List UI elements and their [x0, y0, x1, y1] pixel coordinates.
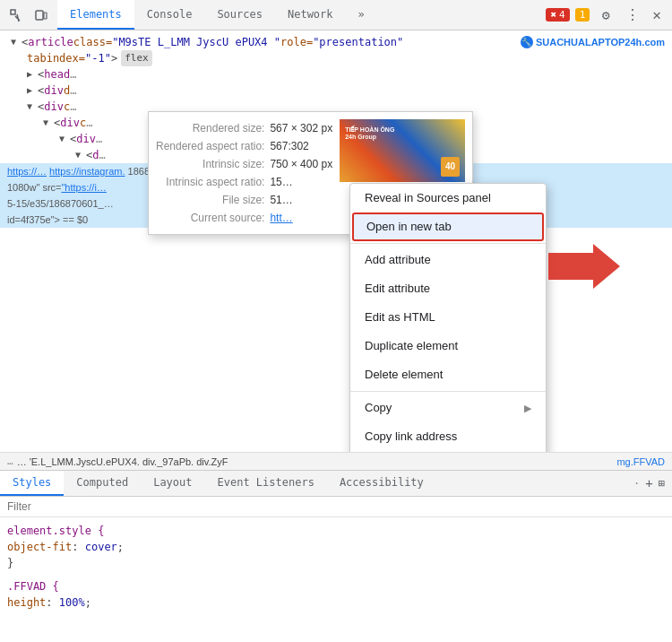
menu-add-attribute[interactable]: Add attribute: [350, 246, 546, 274]
styles-panel: element.style { object-fit: cover; } .FF…: [0, 497, 672, 642]
tab-computed-label: Computed: [76, 476, 128, 489]
settings-button[interactable]: ⚙: [595, 4, 616, 26]
tab-layout[interactable]: Layout: [141, 471, 204, 496]
error-badge: ✖ 4: [546, 8, 569, 22]
triangle-div2[interactable]: [27, 99, 38, 115]
red-arrow-indicator: [548, 244, 620, 293]
dom-line-tabindex[interactable]: tabindex="-1"> flex: [0, 50, 672, 66]
menu-edit-attribute-label: Edit attribute: [365, 281, 430, 297]
css-brace-close: }: [7, 557, 13, 569]
styles-filter: [0, 497, 672, 517]
styles-content: element.style { object-fit: cover; } .FF…: [0, 517, 672, 642]
triangle-div1[interactable]: [27, 82, 38, 99]
warn-badge: 1: [575, 8, 590, 22]
select-element-icon[interactable]: [5, 4, 27, 26]
warn-count: 1: [580, 9, 586, 21]
tab-elements[interactable]: Elements: [57, 0, 134, 30]
tab-elements-label: Elements: [70, 8, 122, 21]
svg-rect-1: [36, 11, 43, 20]
source-link[interactable]: htt…: [270, 212, 292, 224]
file-size-value: 51…: [270, 191, 332, 209]
menu-copy-link[interactable]: Copy link address: [350, 422, 546, 451]
breadcrumb-bar: … … 'E.L_LMM.JyscU.ePUX4. div._97aPb. di…: [0, 452, 672, 470]
bottom-tabs: Styles Computed Layout Event Listeners A…: [0, 470, 672, 497]
device-toggle-icon[interactable]: [30, 4, 52, 26]
tab-network[interactable]: Network: [275, 0, 346, 30]
more-options-button[interactable]: ⋮: [622, 6, 643, 23]
image-info-table: Rendered size: 567 × 302 px Rendered asp…: [156, 119, 332, 227]
dom-link-1[interactable]: https://…: [7, 166, 47, 177]
add-style-icon[interactable]: +: [645, 476, 652, 490]
menu-copy-filename[interactable]: Copy file name: [350, 451, 546, 452]
svg-rect-0: [11, 10, 15, 14]
rendered-size-label: Rendered size:: [156, 119, 270, 137]
dom-link-3[interactable]: "https://i…: [61, 179, 106, 195]
menu-duplicate[interactable]: Duplicate element: [350, 332, 546, 360]
menu-add-attribute-label: Add attribute: [365, 252, 431, 268]
elements-panel: 🔧 SUACHUALAPTOP24h.com <article class="M…: [0, 30, 672, 470]
tab-network-label: Network: [288, 8, 333, 21]
tab-event-listeners[interactable]: Event Listeners: [205, 471, 327, 496]
tab-accessibility[interactable]: Accessibility: [327, 471, 436, 496]
file-size-label: File size:: [156, 191, 270, 209]
tab-event-listeners-label: Event Listeners: [218, 476, 314, 489]
new-style-rule-icon[interactable]: ⊞: [659, 477, 665, 490]
breadcrumb-dots: …: [7, 455, 13, 467]
tab-console-label: Console: [147, 8, 193, 21]
dom-tree: 🔧 SUACHUALAPTOP24h.com <article class="M…: [0, 30, 672, 452]
tag-article: article: [28, 34, 73, 50]
triangle-article[interactable]: [11, 34, 22, 50]
css-rule-element-style: element.style { object-fit: cover; }: [7, 523, 665, 571]
bottom-tab-right: · + ⊞: [626, 471, 672, 496]
attr-class: class=: [73, 34, 112, 50]
menu-edit-html[interactable]: Edit as HTML: [350, 303, 546, 332]
breadcrumb-text: … 'E.L_LMM.JyscU.ePUX4. div._97aPb. div.…: [17, 456, 228, 467]
triangle-div3[interactable]: [43, 115, 54, 131]
triangle-d[interactable]: [75, 147, 86, 163]
svg-marker-3: [548, 244, 620, 289]
tab-styles-label: Styles: [13, 476, 51, 489]
filter-input[interactable]: [7, 500, 665, 513]
error-icon: ✖: [550, 9, 556, 21]
main-area: 🔧 SUACHUALAPTOP24h.com <article class="M…: [0, 30, 672, 642]
menu-reveal-sources[interactable]: Reveal in Sources panel: [350, 184, 546, 213]
tab-more[interactable]: »: [346, 0, 377, 30]
error-count: 4: [559, 9, 565, 21]
dom-line-head[interactable]: <head…: [0, 66, 672, 82]
menu-copy[interactable]: Copy ▶: [350, 394, 546, 422]
css-element-style-selector: element.style {: [7, 525, 104, 537]
intrinsic-size-value: 750 × 400 px: [270, 155, 332, 173]
current-source-label: Current source:: [156, 209, 270, 227]
menu-delete[interactable]: Delete element: [350, 360, 546, 389]
css-object-fit-val: cover: [78, 541, 116, 553]
menu-edit-html-label: Edit as HTML: [365, 309, 435, 325]
css-rule-ffvad: .FFVAD { height: 100%;: [7, 578, 665, 611]
tab-computed[interactable]: Computed: [64, 471, 141, 496]
rendered-size-value: 567 × 302 px: [270, 119, 332, 137]
dom-link-2[interactable]: https://instagram.: [49, 166, 125, 177]
tag-close: >: [111, 50, 117, 66]
dom-line-div1[interactable]: <div d…: [0, 82, 672, 99]
svg-rect-2: [44, 13, 47, 19]
css-height-prop: height: [7, 596, 46, 609]
menu-edit-attribute[interactable]: Edit attribute: [350, 274, 546, 303]
menu-open-new-tab-label: Open in new tab: [366, 219, 452, 235]
submenu-arrow-copy: ▶: [524, 400, 531, 416]
triangle-div4[interactable]: [59, 131, 70, 147]
tab-styles[interactable]: Styles: [0, 471, 64, 496]
current-source-value: htt…: [270, 209, 332, 227]
menu-divider-2: [350, 391, 546, 392]
menu-divider-1: [350, 243, 546, 244]
tab-sources[interactable]: Sources: [204, 0, 275, 30]
menu-duplicate-label: Duplicate element: [365, 338, 458, 354]
tab-console[interactable]: Console: [134, 0, 205, 30]
flex-badge[interactable]: flex: [121, 50, 152, 66]
watermark-icon: 🔧: [521, 36, 533, 48]
rendered-aspect-value: 567:302: [270, 137, 332, 155]
devtools-toolbar: Elements Console Sources Network » ✖ 4 1…: [0, 0, 672, 30]
css-height-val: 100%: [53, 596, 85, 609]
img-badge: 40: [441, 157, 460, 177]
menu-open-new-tab[interactable]: Open in new tab: [352, 213, 544, 241]
triangle-head[interactable]: [27, 66, 38, 82]
close-button[interactable]: ✕: [649, 6, 665, 23]
